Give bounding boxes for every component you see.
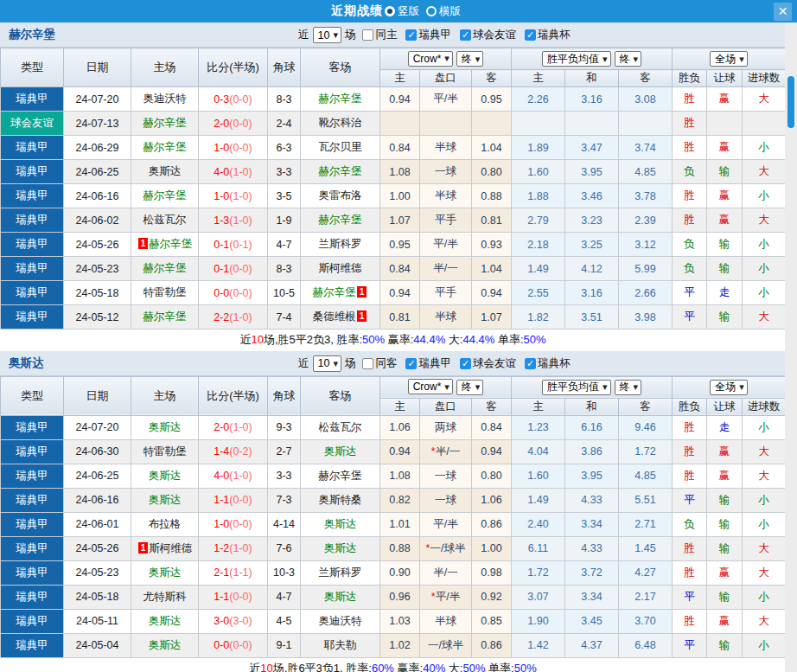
- corner-cell: 7-6: [268, 536, 301, 560]
- close-icon[interactable]: ✕: [774, 3, 792, 21]
- team-label: 桑德维根: [313, 310, 356, 323]
- summary-part: 场,胜5平2负3, 胜率:: [264, 333, 362, 346]
- corner-cell: 10-3: [268, 560, 301, 585]
- league3-checkbox[interactable]: [525, 358, 536, 369]
- result-cell: 胜: [673, 464, 707, 488]
- team-label: 兰斯科罗: [319, 238, 362, 250]
- same-venue-checkbox[interactable]: [362, 358, 373, 369]
- match-row: 瑞典甲24-05-04奥斯达0-0(0-0)9-1耶夫勒1.02一/球半0.86…: [1, 633, 786, 657]
- date-cell: 24-06-16: [64, 184, 131, 208]
- handicap-cell: 半球: [420, 609, 472, 633]
- sub-col-avg-home: 主: [512, 398, 565, 415]
- summary-part: 50%: [514, 662, 537, 672]
- fulltime-score: 1-1: [214, 591, 229, 603]
- avg-away-cell: 1.45: [619, 536, 673, 560]
- bookmaker-select[interactable]: Crow*: [408, 379, 453, 394]
- handicap-group-header: Crow*终: [380, 376, 512, 398]
- avg-odds-select[interactable]: 胜平负均值: [542, 380, 611, 395]
- avg-away-cell: 3.98: [619, 305, 673, 330]
- fulltime-score: 4-0: [214, 166, 229, 178]
- team-label: 奥斯达: [149, 615, 182, 627]
- scrollbar-thumb[interactable]: [787, 76, 794, 128]
- handicap-result-cell: 赢: [707, 87, 743, 112]
- date-cell: 24-05-18: [64, 281, 131, 305]
- home-team-cell: 奥斯达: [131, 633, 199, 657]
- avg-draw-cell: 4.33: [565, 536, 619, 560]
- sub-col-handicap: 盘口: [420, 398, 472, 415]
- match-row: 瑞典甲24-06-25奥斯达4-0(1-0)3-3赫尔辛堡1.08一球0.801…: [1, 464, 786, 488]
- away-odds-cell: 0.88: [472, 184, 512, 208]
- same-venue-label[interactable]: 同客: [375, 356, 397, 371]
- match-row: 瑞典甲24-06-01布拉格1-0(0-0)4-14奥斯达1.01平/半0.86…: [1, 512, 786, 536]
- fulltime-score: 1-0: [214, 142, 229, 154]
- scrollbar-track[interactable]: [785, 22, 797, 672]
- league-type-cell: 瑞典甲: [1, 585, 64, 609]
- fulltime-score: 2-0: [214, 118, 229, 130]
- bookmaker-select[interactable]: Crow*: [408, 51, 453, 67]
- league2-checkbox[interactable]: [460, 358, 471, 369]
- team-label: 赫尔辛堡: [143, 262, 187, 274]
- score-cell: 1-0(1-0): [199, 184, 268, 208]
- team-label: 奥迪沃特: [319, 615, 362, 627]
- home-odds-cell: 0.95: [380, 233, 420, 257]
- league2-label[interactable]: 球会友谊: [473, 356, 516, 371]
- league-type-cell: 瑞典甲: [1, 233, 64, 257]
- handicap-result-cell: 输: [707, 512, 743, 536]
- col-corner: 角球: [268, 376, 301, 415]
- goals-result-cell: [743, 112, 786, 136]
- date-cell: 24-05-23: [64, 560, 131, 585]
- league1-label[interactable]: 瑞典甲: [418, 28, 451, 42]
- halftime-score: (0-0): [229, 93, 252, 106]
- goals-result-cell: 大: [743, 439, 786, 464]
- handicap-label: 半/一: [433, 262, 457, 274]
- away-team-cell: 兰斯科罗: [301, 560, 380, 585]
- col-corner: 角球: [268, 48, 301, 87]
- final-odds-select-1[interactable]: 终: [456, 380, 484, 395]
- date-cell: 24-05-23: [64, 257, 131, 281]
- home-team-cell: 赫尔辛堡: [131, 112, 199, 136]
- league1-label[interactable]: 瑞典甲: [418, 356, 451, 371]
- goals-result-cell: 大: [743, 208, 786, 233]
- match-count-select[interactable]: 10: [313, 355, 341, 372]
- final-odds-select-2[interactable]: 终: [615, 380, 642, 395]
- league-type-cell: 瑞典甲: [1, 536, 64, 560]
- league-type-cell: 瑞典甲: [1, 305, 64, 330]
- result-group-header: 全场: [673, 48, 786, 70]
- avg-home-cell: 1.49: [512, 488, 565, 512]
- league3-checkbox[interactable]: [525, 29, 536, 41]
- team-label: 赫尔辛堡: [143, 117, 187, 129]
- avg-odds-select[interactable]: 胜平负均值: [542, 51, 611, 67]
- league-type-cell: 瑞典甲: [1, 257, 64, 281]
- vertical-layout-radio[interactable]: [385, 6, 395, 16]
- final-odds-select-1[interactable]: 终: [456, 51, 484, 67]
- horizontal-layout-radio[interactable]: [426, 6, 437, 16]
- away-team-cell: 赫尔辛堡: [301, 87, 380, 112]
- league3-label[interactable]: 瑞典杯: [538, 28, 571, 42]
- handicap-result-cell: 赢: [707, 208, 743, 233]
- league-type-cell: 瑞典甲: [1, 464, 64, 488]
- filter-bar: 近 10 场 同主 瑞典甲 球会友谊 瑞典杯: [298, 22, 571, 48]
- same-venue-checkbox[interactable]: [362, 29, 373, 41]
- result-cell: 胜: [673, 136, 707, 160]
- avg-odds-group-header: 胜平负均值终: [512, 48, 673, 70]
- league2-checkbox[interactable]: [460, 29, 471, 41]
- col-home: 主场: [131, 376, 199, 415]
- scope-select[interactable]: 全场: [710, 380, 748, 395]
- scope-select[interactable]: 全场: [710, 51, 748, 67]
- date-cell: 24-05-11: [64, 609, 131, 633]
- away-team-cell: 兰斯科罗: [301, 233, 380, 257]
- away-odds-cell: 0.94: [472, 439, 512, 464]
- vertical-layout-label[interactable]: 竖版: [398, 4, 419, 19]
- league1-checkbox[interactable]: [405, 29, 417, 41]
- avg-draw-cell: 3.46: [565, 184, 619, 208]
- home-odds-cell: 0.90: [380, 560, 420, 585]
- league1-checkbox[interactable]: [405, 358, 417, 369]
- horizontal-layout-label[interactable]: 横版: [439, 4, 461, 19]
- team-name: 赫尔辛堡: [0, 27, 55, 42]
- league3-label[interactable]: 瑞典杯: [538, 356, 571, 371]
- match-count-select[interactable]: 10: [313, 27, 341, 43]
- score-cell: 0-1(0-0): [199, 257, 268, 281]
- same-venue-label[interactable]: 同主: [375, 28, 397, 42]
- final-odds-select-2[interactable]: 终: [615, 51, 642, 67]
- league2-label[interactable]: 球会友谊: [473, 28, 516, 42]
